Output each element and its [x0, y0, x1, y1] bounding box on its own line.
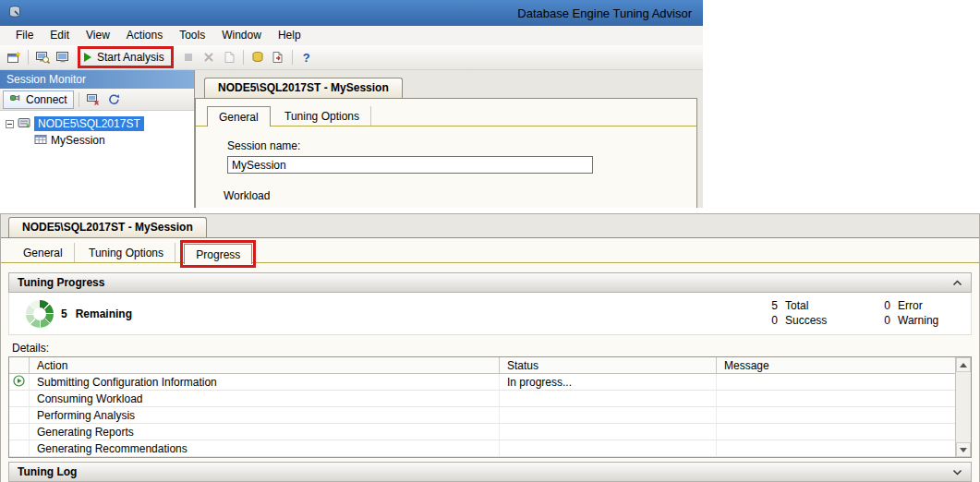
session-monitor-icon[interactable]	[54, 48, 72, 66]
column-header-message[interactable]: Message	[717, 357, 955, 373]
toolbar-separator	[28, 50, 29, 65]
collapse-section-icon[interactable]	[952, 280, 962, 286]
session-monitor-toolbar: Connect	[0, 89, 194, 111]
stat-label: Error	[898, 299, 923, 312]
stat-value: 0	[763, 314, 778, 327]
stat-value: 5	[763, 299, 778, 312]
cell-status	[500, 407, 717, 423]
connect-plug-icon	[9, 91, 22, 107]
row-selector-cell	[9, 407, 30, 423]
tree-item-session[interactable]: MySession	[51, 134, 105, 147]
disconnect-icon[interactable]	[84, 90, 103, 109]
grid-row[interactable]: Consuming Workload	[9, 391, 955, 407]
session-name-input[interactable]	[227, 156, 593, 174]
menu-tools[interactable]: Tools	[171, 26, 213, 45]
in-progress-icon	[13, 375, 25, 390]
tree-expander-icon[interactable]	[6, 120, 14, 128]
tab-general-bottom[interactable]: General	[12, 243, 75, 263]
session-monitor-panel: Session Monitor Connect	[0, 70, 195, 208]
cell-action: Submitting Configuration Information	[30, 374, 500, 390]
tree-row-session: MySession	[0, 132, 194, 149]
dta-main-window: Database Engine Tuning Advisor File Edit…	[0, 0, 703, 208]
cell-action: Generating Recommendations	[30, 440, 500, 456]
row-selector-cell	[9, 440, 30, 456]
toolbar-separator	[292, 50, 293, 65]
app-icon	[7, 5, 22, 22]
progress-stat-error: 0 Error	[876, 299, 923, 312]
triangle-up-icon	[960, 363, 967, 368]
menu-window[interactable]: Window	[213, 26, 270, 45]
expand-section-icon[interactable]	[952, 469, 962, 476]
grid-row[interactable]: Submitting Configuration Information In …	[9, 374, 955, 391]
cell-message	[717, 424, 955, 440]
workload-group-label: Workload	[224, 189, 696, 202]
annotation-box-start-analysis: Start Analysis	[78, 46, 174, 68]
stat-label: Total	[785, 299, 808, 312]
scroll-down-button[interactable]	[956, 442, 971, 457]
new-session-icon[interactable]	[5, 48, 23, 66]
scroll-up-button[interactable]	[956, 357, 971, 372]
annotation-box-progress-tab: Progress	[180, 240, 256, 268]
menu-view[interactable]: View	[78, 26, 118, 45]
menu-file[interactable]: File	[7, 26, 42, 45]
cell-message	[717, 440, 955, 456]
stat-value: 0	[876, 299, 890, 312]
server-icon	[18, 116, 30, 132]
grid-row[interactable]: Performing Analysis	[9, 407, 955, 424]
menu-edit[interactable]: Edit	[42, 26, 78, 45]
progress-summary: 5 Remaining 5 Total 0 Success 0 Error 0	[8, 293, 972, 335]
cell-action: Performing Analysis	[30, 407, 500, 423]
details-label: Details:	[12, 342, 979, 355]
document-area: NODE5\SQL2017ST - MySession General Tuni…	[195, 70, 703, 208]
refresh-icon[interactable]	[104, 90, 123, 109]
column-header-action[interactable]: Action	[30, 357, 500, 373]
progress-view: NODE5\SQL2017ST - MySession General Tuni…	[0, 213, 980, 482]
stat-value: 0	[876, 314, 890, 327]
tab-general-top[interactable]: General	[207, 106, 271, 127]
start-analysis-button[interactable]: Start Analysis	[84, 51, 164, 64]
grid-row[interactable]: Generating Recommendations	[9, 440, 955, 457]
cell-status: In progress...	[500, 374, 717, 390]
menu-help[interactable]: Help	[270, 26, 309, 45]
toolbar-separator	[79, 92, 79, 107]
cell-message	[717, 391, 955, 406]
open-workload-icon[interactable]	[33, 48, 52, 66]
tree-row-server: NODE5\SQL2017ST	[0, 115, 194, 132]
remaining-counter: 5 Remaining	[61, 307, 132, 320]
stat-label: Warning	[898, 314, 938, 327]
grid-row[interactable]: Generating Reports	[9, 424, 955, 440]
tab-tuning-options-bottom[interactable]: Tuning Options	[78, 243, 175, 263]
tab-progress[interactable]: Progress	[184, 244, 252, 264]
document-tab-bottom[interactable]: NODE5\SQL2017ST - MySession	[8, 217, 207, 237]
column-header-status[interactable]: Status	[500, 357, 717, 373]
grid-header-row: Action Status Message	[9, 357, 955, 374]
cancel-analysis-icon	[200, 48, 218, 66]
screenshot-root: Database Engine Tuning Advisor File Edit…	[0, 0, 980, 482]
cell-status	[500, 440, 717, 456]
session-tree: NODE5\SQL2017ST MySession	[0, 111, 194, 208]
session-monitor-header: Session Monitor	[0, 70, 194, 89]
details-scrollbar[interactable]	[955, 357, 971, 457]
document-tab-top[interactable]: NODE5\SQL2017ST - MySession	[204, 78, 403, 98]
import-workload-icon[interactable]	[248, 48, 267, 66]
progress-tab-panel: General Tuning Options Progress Tuning P…	[1, 237, 979, 482]
cell-action: Generating Reports	[30, 424, 500, 440]
cell-status	[500, 391, 717, 406]
general-tab-panel: General Tuning Options Session name: Wor…	[195, 98, 697, 208]
progress-stat-success: 0 Success	[763, 314, 827, 327]
main-row: Session Monitor Connect	[0, 70, 703, 208]
connect-button[interactable]: Connect	[3, 90, 74, 109]
column-header-selector	[9, 357, 30, 373]
connect-label: Connect	[26, 93, 67, 106]
progress-stat-warning: 0 Warning	[876, 314, 938, 327]
tree-item-server[interactable]: NODE5\SQL2017ST	[34, 116, 144, 131]
cell-message	[717, 407, 955, 423]
row-selector-cell	[9, 424, 30, 440]
help-glyph: ?	[303, 51, 310, 65]
tuning-progress-header: Tuning Progress	[8, 272, 972, 293]
menu-actions[interactable]: Actions	[118, 26, 171, 45]
help-icon[interactable]: ?	[297, 48, 316, 66]
tab-tuning-options-top[interactable]: Tuning Options	[273, 106, 371, 127]
export-results-icon[interactable]	[269, 48, 287, 66]
tuning-progress-title: Tuning Progress	[18, 276, 104, 289]
